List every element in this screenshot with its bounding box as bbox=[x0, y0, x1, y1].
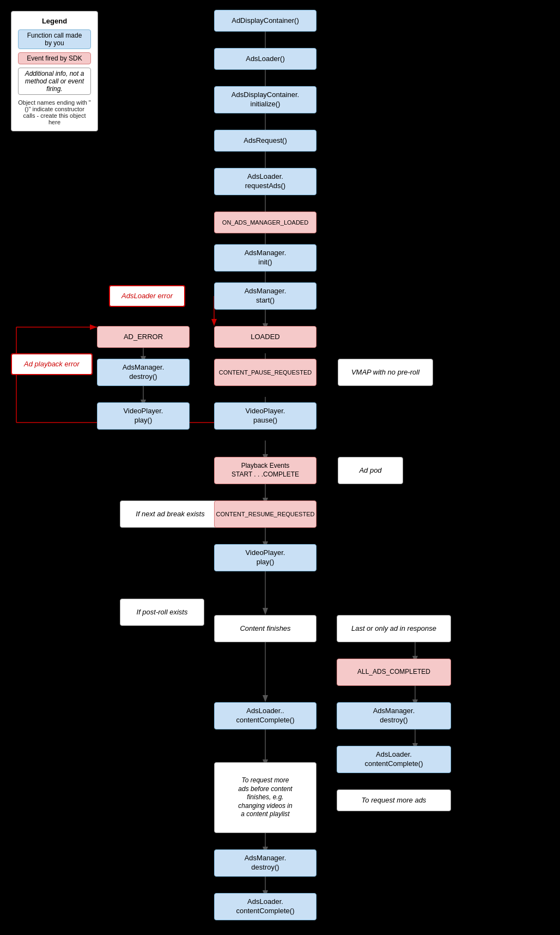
node-video-player-play1: VideoPlayer. play() bbox=[97, 402, 190, 430]
node-if-post-roll-exists: If post-roll exists bbox=[120, 599, 204, 626]
node-ads-loader-content-complete2: AdsLoader. contentComplete() bbox=[337, 746, 451, 773]
legend-item-1: Function call made by you bbox=[18, 29, 91, 49]
legend-blue-box: Function call made by you bbox=[18, 29, 91, 49]
node-ads-request: AdsRequest() bbox=[214, 130, 316, 152]
node-ads-loader-request-ads: AdsLoader. requestAds() bbox=[214, 168, 316, 195]
diagram-container: Legend Function call made by you Event f… bbox=[0, 0, 560, 935]
legend-white-box: Additional info, not a method call or ev… bbox=[18, 68, 91, 95]
node-ads-loader-error: AdsLoader error bbox=[109, 285, 185, 307]
svg-marker-17 bbox=[90, 324, 97, 330]
node-ads-manager-destroy1: AdsManager. destroy() bbox=[97, 359, 190, 386]
legend-note: Object names ending with "()" indicate c… bbox=[18, 99, 91, 125]
node-to-request-more-ads: To request more ads bbox=[337, 789, 451, 811]
node-on-ads-manager-loaded: ON_ADS_MANAGER_LOADED bbox=[214, 212, 316, 233]
node-content-pause-requested: CONTENT_PAUSE_REQUESTED bbox=[214, 359, 316, 386]
node-content-finishes: Content finishes bbox=[214, 615, 316, 642]
node-video-player-play2: VideoPlayer. play() bbox=[214, 544, 316, 571]
node-loaded: LOADED bbox=[214, 326, 316, 348]
svg-marker-34 bbox=[263, 695, 268, 702]
legend-pink-box: Event fired by SDK bbox=[18, 52, 91, 64]
node-ads-manager-destroy3: AdsManager. destroy() bbox=[214, 849, 316, 877]
node-content-resume-requested: CONTENT_RESUME_REQUESTED bbox=[214, 500, 316, 528]
node-ad-error: AD_ERROR bbox=[97, 326, 190, 348]
svg-marker-9 bbox=[211, 319, 217, 326]
node-last-or-only-ad: Last or only ad in response bbox=[337, 615, 451, 642]
node-to-request-more-ads-before: To request more ads before content finis… bbox=[214, 762, 316, 833]
node-all-ads-completed: ALL_ADS_COMPLETED bbox=[337, 659, 451, 686]
legend-title: Legend bbox=[18, 17, 91, 25]
node-ads-manager-start: AdsManager. start() bbox=[214, 282, 316, 310]
node-ad-display-container: AdDisplayContainer() bbox=[214, 10, 316, 32]
node-ads-manager-destroy2: AdsManager. destroy() bbox=[337, 702, 451, 729]
node-if-next-ad-break: If next ad break exists bbox=[120, 500, 221, 528]
node-ad-pod: Ad pod bbox=[338, 457, 403, 484]
legend-item-2: Event fired by SDK bbox=[18, 52, 91, 64]
node-vmap-no-preroll: VMAP with no pre-roll bbox=[338, 359, 433, 386]
legend: Legend Function call made by you Event f… bbox=[11, 11, 98, 131]
node-ads-loader: AdsLoader() bbox=[214, 48, 316, 70]
node-ads-display-container-init: AdsDisplayContainer. initialize() bbox=[214, 86, 316, 113]
node-video-player-pause: VideoPlayer. pause() bbox=[214, 402, 316, 430]
node-ads-loader-content-complete1: AdsLoader.. contentComplete() bbox=[214, 702, 316, 729]
node-ads-loader-content-complete3: AdsLoader. contentComplete() bbox=[214, 893, 316, 920]
legend-item-3: Additional info, not a method call or ev… bbox=[18, 68, 91, 95]
node-ads-manager-init: AdsManager. init() bbox=[214, 244, 316, 272]
node-ad-playback-error: Ad playback error bbox=[11, 353, 93, 375]
node-playback-events: Playback Events START . . .COMPLETE bbox=[214, 457, 316, 484]
svg-marker-32 bbox=[263, 608, 268, 615]
